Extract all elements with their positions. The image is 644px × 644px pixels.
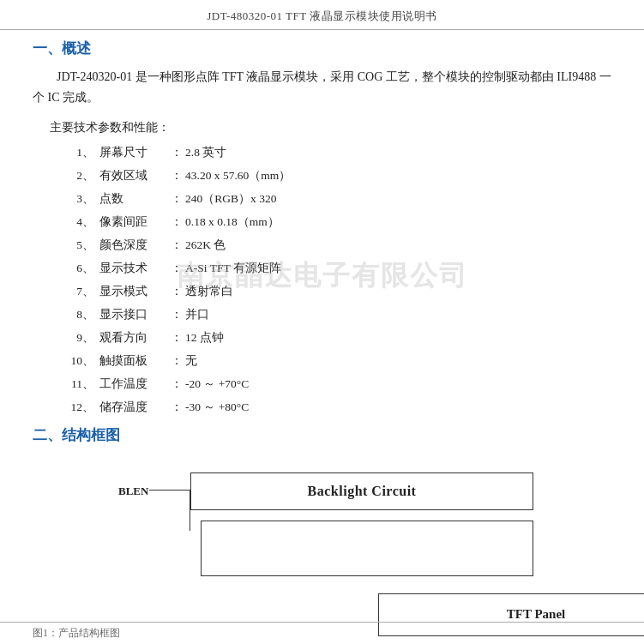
spec-value: 12 点钟 (185, 326, 611, 349)
spec-row: 8、显示接口：并口 (67, 303, 611, 326)
spec-value: A-Si TFT 有源矩阵 (185, 256, 611, 280)
spec-value: 2.8 英寸 (185, 141, 611, 164)
spec-number: 11、 (67, 372, 99, 395)
spec-colon: ： (168, 326, 185, 349)
spec-name: 显示接口 (99, 303, 168, 326)
spec-value: 0.18 x 0.18（mm） (185, 210, 611, 233)
blen-vertical-line (190, 490, 190, 531)
section1-heading: 一、概述 (33, 39, 611, 58)
spec-name: 颜色深度 (99, 233, 168, 256)
spec-row: 10、触摸面板：无 (67, 349, 611, 372)
spec-name: 点数 (99, 187, 168, 210)
spec-number: 4、 (67, 210, 99, 233)
spec-row: 12、储存温度：-30 ～ +80°C (67, 395, 611, 418)
spec-value: 无 (185, 349, 611, 372)
spec-row: 7、显示模式：透射常白 (67, 280, 611, 303)
spec-value: 262K 色 (185, 233, 611, 256)
spec-name: 触摸面板 (99, 349, 168, 372)
spec-colon: ： (168, 164, 185, 187)
spec-colon: ： (168, 187, 185, 210)
spec-colon: ： (168, 141, 185, 164)
spec-value: 43.20 x 57.60（mm） (185, 164, 611, 187)
spec-row: 4、像素间距：0.18 x 0.18（mm） (67, 210, 611, 233)
diagram-area: BLEN Backlight Circuit TFT Panel (33, 457, 611, 581)
spec-number: 8、 (67, 303, 99, 326)
tft-panel-label: TFT Panel (507, 607, 565, 622)
spec-number: 2、 (67, 164, 99, 187)
spec-value: -20 ～ +70°C (185, 372, 611, 395)
spec-number: 10、 (67, 349, 99, 372)
intro-paragraph: JDT-240320-01 是一种图形点阵 TFT 液晶显示模块，采用 COG … (33, 67, 611, 108)
spec-colon: ： (168, 210, 185, 233)
spec-name: 像素间距 (99, 210, 168, 233)
blen-label: BLEN (118, 485, 148, 498)
spec-name: 显示技术 (99, 256, 168, 280)
spec-row: 6、显示技术：A-Si TFT 有源矩阵 (67, 256, 611, 280)
backlight-circuit-label: Backlight Circuit (308, 484, 417, 499)
spec-number: 9、 (67, 326, 99, 349)
spec-value: 240（RGB）x 320 (185, 187, 611, 210)
spec-row: 11、工作温度：-20 ～ +70°C (67, 372, 611, 395)
spec-number: 1、 (67, 141, 99, 164)
spec-colon: ： (168, 303, 185, 326)
spec-colon: ： (168, 372, 185, 395)
section2-heading: 二、结构框图 (33, 425, 611, 445)
spec-row: 1、屏幕尺寸：2.8 英寸 (67, 141, 611, 164)
spec-value: -30 ～ +80°C (185, 395, 611, 418)
spec-colon: ： (168, 349, 185, 372)
spec-value: 并口 (185, 303, 611, 326)
spec-name: 屏幕尺寸 (99, 141, 168, 164)
spec-number: 5、 (67, 233, 99, 256)
spec-name: 工作温度 (99, 372, 168, 395)
main-content: 一、概述 JDT-240320-01 是一种图形点阵 TFT 液晶显示模块，采用… (0, 39, 644, 581)
page-container: JDT-480320-01 TFT 液晶显示模块使用说明书 南京晶达电子有限公司… (0, 0, 644, 644)
spec-value: 透射常白 (185, 280, 611, 303)
backlight-circuit-box: Backlight Circuit (190, 472, 533, 510)
spec-name: 显示模式 (99, 280, 168, 303)
page-header: JDT-480320-01 TFT 液晶显示模块使用说明书 (0, 0, 644, 30)
spec-colon: ： (168, 233, 185, 256)
spec-number: 3、 (67, 187, 99, 210)
spec-row: 9、观看方向：12 点钟 (67, 326, 611, 349)
spec-number: 7、 (67, 280, 99, 303)
spec-colon: ： (168, 256, 185, 280)
spec-name: 有效区域 (99, 164, 168, 187)
specs-table: 1、屏幕尺寸：2.8 英寸2、有效区域：43.20 x 57.60（mm）3、点… (67, 141, 611, 418)
blen-horizontal-line (149, 490, 190, 491)
spec-number: 6、 (67, 256, 99, 280)
spec-colon: ： (168, 395, 185, 418)
spec-name: 观看方向 (99, 326, 168, 349)
spec-row: 5、颜色深度：262K 色 (67, 233, 611, 256)
spec-row: 3、点数：240（RGB）x 320 (67, 187, 611, 210)
outer-box: TFT Panel (201, 521, 533, 576)
spec-colon: ： (168, 280, 185, 303)
spec-number: 12、 (67, 395, 99, 418)
spec-name: 储存温度 (99, 395, 168, 418)
footer-text: 图1：产品结构框图 (33, 627, 120, 639)
header-title: JDT-480320-01 TFT 液晶显示模块使用说明书 (207, 9, 437, 22)
specs-label: 主要技术参数和性能： (50, 120, 611, 135)
spec-row: 2、有效区域：43.20 x 57.60（mm） (67, 164, 611, 187)
page-footer: 图1：产品结构框图 (0, 622, 644, 644)
